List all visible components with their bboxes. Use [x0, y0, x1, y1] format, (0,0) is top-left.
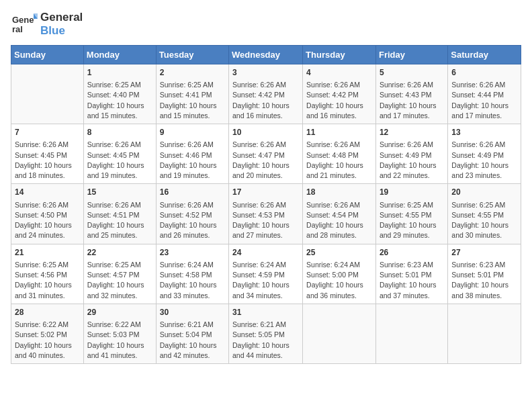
week-row-3: 14Sunrise: 6:26 AM Sunset: 4:50 PM Dayli… — [11, 184, 521, 244]
day-number: 20 — [451, 187, 517, 198]
day-number: 12 — [380, 127, 444, 138]
day-cell: 20Sunrise: 6:25 AM Sunset: 4:55 PM Dayli… — [448, 184, 521, 244]
day-cell: 13Sunrise: 6:26 AM Sunset: 4:49 PM Dayli… — [448, 124, 521, 184]
weekday-header-row: SundayMondayTuesdayWednesdayThursdayFrid… — [11, 45, 521, 64]
day-info: Sunrise: 6:26 AM Sunset: 4:49 PM Dayligh… — [380, 140, 444, 181]
day-info: Sunrise: 6:24 AM Sunset: 4:59 PM Dayligh… — [232, 260, 299, 301]
logo-name-blue: Blue — [40, 24, 83, 38]
day-number: 24 — [232, 247, 299, 259]
day-number: 23 — [160, 247, 225, 259]
day-info: Sunrise: 6:26 AM Sunset: 4:48 PM Dayligh… — [306, 140, 372, 181]
day-cell: 28Sunrise: 6:22 AM Sunset: 5:02 PM Dayli… — [11, 304, 84, 363]
day-cell: 23Sunrise: 6:24 AM Sunset: 4:58 PM Dayli… — [156, 244, 228, 304]
week-row-4: 21Sunrise: 6:25 AM Sunset: 4:56 PM Dayli… — [11, 244, 521, 304]
header: Gene ral General Blue — [11, 11, 521, 38]
day-number: 22 — [87, 247, 152, 259]
day-info: Sunrise: 6:25 AM Sunset: 4:40 PM Dayligh… — [87, 80, 152, 121]
day-info: Sunrise: 6:23 AM Sunset: 5:01 PM Dayligh… — [451, 260, 517, 301]
day-cell: 24Sunrise: 6:24 AM Sunset: 4:59 PM Dayli… — [229, 244, 303, 304]
day-number: 19 — [380, 187, 444, 198]
day-cell: 25Sunrise: 6:24 AM Sunset: 5:00 PM Dayli… — [303, 244, 376, 304]
day-number: 18 — [306, 187, 372, 198]
day-cell: 17Sunrise: 6:26 AM Sunset: 4:53 PM Dayli… — [229, 184, 303, 244]
day-cell: 16Sunrise: 6:26 AM Sunset: 4:52 PM Dayli… — [156, 184, 228, 244]
day-cell: 15Sunrise: 6:26 AM Sunset: 4:51 PM Dayli… — [83, 184, 156, 244]
day-cell: 4Sunrise: 6:26 AM Sunset: 4:42 PM Daylig… — [303, 64, 376, 124]
day-info: Sunrise: 6:26 AM Sunset: 4:49 PM Dayligh… — [451, 140, 517, 181]
day-number: 11 — [306, 127, 372, 138]
day-cell — [375, 304, 447, 363]
day-number: 7 — [15, 127, 80, 138]
day-info: Sunrise: 6:21 AM Sunset: 5:05 PM Dayligh… — [232, 320, 299, 361]
day-number: 6 — [451, 67, 517, 79]
svg-text:Gene: Gene — [12, 15, 34, 25]
day-info: Sunrise: 6:25 AM Sunset: 4:55 PM Dayligh… — [380, 200, 444, 241]
day-cell: 10Sunrise: 6:26 AM Sunset: 4:47 PM Dayli… — [229, 124, 303, 184]
day-number: 25 — [306, 247, 372, 259]
week-row-1: 1Sunrise: 6:25 AM Sunset: 4:40 PM Daylig… — [11, 64, 521, 124]
day-number: 15 — [87, 187, 152, 198]
day-cell: 8Sunrise: 6:26 AM Sunset: 4:45 PM Daylig… — [83, 124, 156, 184]
day-cell — [448, 304, 521, 363]
week-row-5: 28Sunrise: 6:22 AM Sunset: 5:02 PM Dayli… — [11, 304, 521, 363]
weekday-header-saturday: Saturday — [448, 45, 521, 64]
logo-svg: Gene ral — [11, 12, 38, 36]
day-cell: 31Sunrise: 6:21 AM Sunset: 5:05 PM Dayli… — [229, 304, 303, 363]
day-info: Sunrise: 6:21 AM Sunset: 5:04 PM Dayligh… — [160, 320, 225, 361]
day-cell: 9Sunrise: 6:26 AM Sunset: 4:46 PM Daylig… — [156, 124, 228, 184]
day-number: 1 — [87, 67, 152, 79]
weekday-header-thursday: Thursday — [303, 45, 376, 64]
logo: Gene ral General Blue — [11, 11, 83, 38]
day-number: 2 — [160, 67, 225, 79]
day-info: Sunrise: 6:22 AM Sunset: 5:03 PM Dayligh… — [87, 320, 152, 361]
weekday-header-monday: Monday — [83, 45, 156, 64]
day-cell: 5Sunrise: 6:26 AM Sunset: 4:43 PM Daylig… — [375, 64, 447, 124]
day-info: Sunrise: 6:25 AM Sunset: 4:55 PM Dayligh… — [451, 200, 517, 241]
day-number: 30 — [160, 307, 225, 318]
day-info: Sunrise: 6:25 AM Sunset: 4:56 PM Dayligh… — [15, 260, 80, 301]
day-number: 14 — [15, 187, 80, 198]
day-cell: 7Sunrise: 6:26 AM Sunset: 4:45 PM Daylig… — [11, 124, 84, 184]
day-info: Sunrise: 6:26 AM Sunset: 4:52 PM Dayligh… — [160, 200, 225, 241]
day-number: 3 — [232, 67, 299, 79]
day-number: 8 — [87, 127, 152, 138]
day-info: Sunrise: 6:22 AM Sunset: 5:02 PM Dayligh… — [15, 320, 80, 361]
day-number: 31 — [232, 307, 299, 318]
day-info: Sunrise: 6:26 AM Sunset: 4:45 PM Dayligh… — [87, 140, 152, 181]
day-cell — [303, 304, 376, 363]
calendar-table: SundayMondayTuesdayWednesdayThursdayFrid… — [11, 45, 521, 364]
day-cell: 21Sunrise: 6:25 AM Sunset: 4:56 PM Dayli… — [11, 244, 84, 304]
svg-text:ral: ral — [12, 24, 23, 34]
weekday-header-friday: Friday — [375, 45, 447, 64]
day-number: 29 — [87, 307, 152, 318]
day-number: 4 — [306, 67, 372, 79]
day-cell: 12Sunrise: 6:26 AM Sunset: 4:49 PM Dayli… — [375, 124, 447, 184]
day-info: Sunrise: 6:26 AM Sunset: 4:54 PM Dayligh… — [306, 200, 372, 241]
day-info: Sunrise: 6:26 AM Sunset: 4:53 PM Dayligh… — [232, 200, 299, 241]
day-info: Sunrise: 6:25 AM Sunset: 4:41 PM Dayligh… — [160, 80, 225, 121]
day-number: 16 — [160, 187, 225, 198]
day-info: Sunrise: 6:24 AM Sunset: 5:00 PM Dayligh… — [306, 260, 372, 301]
day-number: 26 — [380, 247, 444, 259]
day-cell: 18Sunrise: 6:26 AM Sunset: 4:54 PM Dayli… — [303, 184, 376, 244]
day-number: 10 — [232, 127, 299, 138]
day-cell: 11Sunrise: 6:26 AM Sunset: 4:48 PM Dayli… — [303, 124, 376, 184]
day-number: 5 — [380, 67, 444, 79]
week-row-2: 7Sunrise: 6:26 AM Sunset: 4:45 PM Daylig… — [11, 124, 521, 184]
logo-name-general: General — [40, 11, 83, 24]
day-cell: 19Sunrise: 6:25 AM Sunset: 4:55 PM Dayli… — [375, 184, 447, 244]
day-cell — [11, 64, 84, 124]
weekday-header-wednesday: Wednesday — [229, 45, 303, 64]
day-info: Sunrise: 6:26 AM Sunset: 4:45 PM Dayligh… — [15, 140, 80, 181]
day-number: 9 — [160, 127, 225, 138]
weekday-header-sunday: Sunday — [11, 45, 84, 64]
day-cell: 22Sunrise: 6:25 AM Sunset: 4:57 PM Dayli… — [83, 244, 156, 304]
day-cell: 2Sunrise: 6:25 AM Sunset: 4:41 PM Daylig… — [156, 64, 228, 124]
day-cell: 6Sunrise: 6:26 AM Sunset: 4:44 PM Daylig… — [448, 64, 521, 124]
day-number: 28 — [15, 307, 80, 318]
day-info: Sunrise: 6:26 AM Sunset: 4:43 PM Dayligh… — [380, 80, 444, 121]
day-info: Sunrise: 6:24 AM Sunset: 4:58 PM Dayligh… — [160, 260, 225, 301]
day-info: Sunrise: 6:23 AM Sunset: 5:01 PM Dayligh… — [380, 260, 444, 301]
day-cell: 1Sunrise: 6:25 AM Sunset: 4:40 PM Daylig… — [83, 64, 156, 124]
day-info: Sunrise: 6:26 AM Sunset: 4:47 PM Dayligh… — [232, 140, 299, 181]
